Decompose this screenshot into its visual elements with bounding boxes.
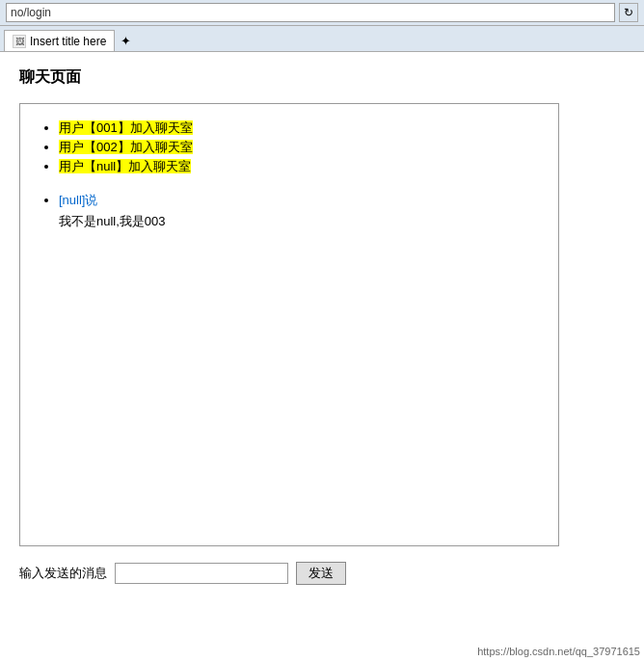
message-input[interactable] <box>115 563 288 584</box>
list-item: [null]说 <box>59 192 539 209</box>
page-title: 聊天页面 <box>19 67 625 88</box>
list-item: 用户【001】加入聊天室 <box>59 119 539 137</box>
join-message-3: 用户【null】加入聊天室 <box>59 159 191 173</box>
refresh-button[interactable]: ↻ <box>619 3 638 22</box>
tab-bar: 🖼 Insert title here ✦ <box>0 26 644 51</box>
watermark: https://blog.csdn.net/qq_37971615 <box>477 646 640 657</box>
page-content: 聊天页面 用户【001】加入聊天室 用户【002】加入聊天室 用户【null】加… <box>0 52 644 661</box>
active-tab[interactable]: 🖼 Insert title here <box>4 30 115 51</box>
chat-say-list: [null]说 <box>40 192 539 209</box>
input-label: 输入发送的消息 <box>19 565 107 582</box>
address-bar: ↻ <box>0 0 644 26</box>
chat-said-content: 我不是null,我是003 <box>40 213 539 230</box>
null-speaker-link[interactable]: [null]说 <box>59 193 97 207</box>
join-message-2: 用户【002】加入聊天室 <box>59 140 193 154</box>
browser-chrome: ↻ 🖼 Insert title here ✦ <box>0 0 644 52</box>
chat-box: 用户【001】加入聊天室 用户【002】加入聊天室 用户【null】加入聊天室 … <box>19 103 559 546</box>
list-item: 用户【null】加入聊天室 <box>59 158 539 175</box>
list-item: 用户【002】加入聊天室 <box>59 139 539 156</box>
new-tab-icon: ✦ <box>121 34 131 48</box>
tab-label: Insert title here <box>30 35 106 48</box>
new-tab-button[interactable]: ✦ <box>115 30 137 51</box>
send-button[interactable]: 发送 <box>296 562 346 585</box>
input-area: 输入发送的消息 发送 <box>19 558 625 589</box>
address-input[interactable] <box>6 3 615 22</box>
chat-message-list: 用户【001】加入聊天室 用户【002】加入聊天室 用户【null】加入聊天室 <box>40 119 539 175</box>
join-message-1: 用户【001】加入聊天室 <box>59 120 193 135</box>
tab-icon: 🖼 <box>13 35 26 48</box>
